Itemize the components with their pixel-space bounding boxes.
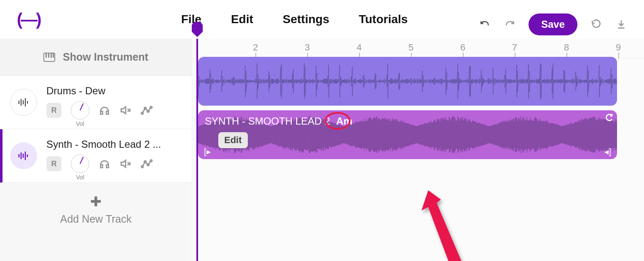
automation-icon[interactable] (141, 104, 153, 116)
ruler-tick: 7 (512, 42, 517, 53)
volume-label: Vol (76, 120, 84, 127)
record-button[interactable]: R (46, 156, 62, 171)
edit-tooltip[interactable]: Edit (218, 132, 248, 148)
track-controls: R Vol (46, 101, 182, 120)
logo: (—) (17, 10, 40, 29)
svg-rect-2 (48, 53, 49, 58)
ruler-tick: 3 (305, 42, 310, 53)
track-row[interactable]: Drums - Dew R Vol (0, 76, 192, 129)
headphones-icon[interactable] (99, 104, 110, 116)
svg-rect-4 (53, 53, 54, 58)
mute-icon[interactable] (120, 104, 131, 116)
ruler-tick: 4 (357, 42, 362, 53)
track-body: Synth - Smooth Lead 2 ... R Vol (46, 138, 182, 173)
right-actions: Save (478, 13, 628, 35)
ruler-tick: 5 (408, 42, 413, 53)
loop-icon[interactable] (604, 113, 614, 124)
plus-icon: ✚ (90, 194, 102, 210)
playhead[interactable] (196, 39, 198, 261)
show-instrument-button[interactable]: Show Instrument (0, 39, 192, 76)
workspace: Show Instrument Drums - Dew R Vol (0, 39, 644, 261)
clip-handles: [▸ ◂] (204, 146, 611, 157)
menu-tutorials[interactable]: Tutorials (359, 13, 408, 26)
redo-icon[interactable] (503, 18, 517, 31)
annotation-arrow (416, 190, 487, 261)
clip-start-bracket-icon[interactable]: [▸ (204, 146, 211, 157)
audio-clip-synth[interactable]: SYNTH - SMOOTH LEAD 2 Am Edit [▸ ◂] (198, 110, 617, 159)
ruler-tick: 6 (460, 42, 465, 53)
ruler-tick: 9 (616, 42, 621, 53)
show-instrument-label: Show Instrument (63, 51, 148, 63)
mute-icon[interactable] (120, 158, 131, 170)
track-body: Drums - Dew R Vol (46, 85, 182, 120)
audio-clip-drums[interactable] (198, 57, 617, 106)
timeline[interactable]: 23456789 SYNTH - SMOOTH LEAD 2 Am Edit (192, 39, 644, 261)
automation-icon[interactable] (141, 158, 153, 170)
track-sidebar: Show Instrument Drums - Dew R Vol (0, 39, 192, 261)
piano-icon (43, 53, 55, 62)
menu-bar: File Edit Settings Tutorials (181, 13, 408, 26)
svg-rect-3 (51, 53, 52, 58)
topbar: (—) File Edit Settings Tutorials Save (0, 0, 644, 39)
volume-label: Vol (76, 174, 84, 181)
track-name: Synth - Smooth Lead 2 ... (46, 138, 182, 150)
add-track-label: Add New Track (60, 213, 132, 225)
waveform-icon (10, 89, 37, 116)
volume-knob[interactable]: Vol (71, 101, 89, 120)
download-icon[interactable] (614, 18, 628, 31)
headphones-icon[interactable] (99, 158, 110, 170)
menu-edit[interactable]: Edit (231, 13, 253, 26)
svg-rect-1 (46, 53, 47, 58)
waveform-icon (10, 142, 37, 169)
track-name: Drums - Dew (46, 85, 182, 97)
ruler-tick: 8 (564, 42, 569, 53)
track-controls: R Vol (46, 154, 182, 173)
add-track-button[interactable]: ✚ Add New Track (0, 183, 192, 236)
annotation-circle (325, 112, 351, 130)
save-button[interactable]: Save (529, 13, 577, 35)
clip-name: SYNTH - SMOOTH LEAD 2 (205, 115, 330, 127)
history-icon[interactable] (589, 18, 603, 31)
ruler-tick: 2 (253, 42, 258, 53)
track-row[interactable]: Synth - Smooth Lead 2 ... R Vol (0, 129, 192, 183)
svg-marker-27 (421, 190, 465, 261)
undo-icon[interactable] (478, 18, 491, 31)
clip-split-icon[interactable]: ◂] (604, 146, 611, 157)
menu-settings[interactable]: Settings (283, 13, 329, 26)
record-button[interactable]: R (46, 103, 62, 118)
volume-knob[interactable]: Vol (71, 154, 89, 173)
